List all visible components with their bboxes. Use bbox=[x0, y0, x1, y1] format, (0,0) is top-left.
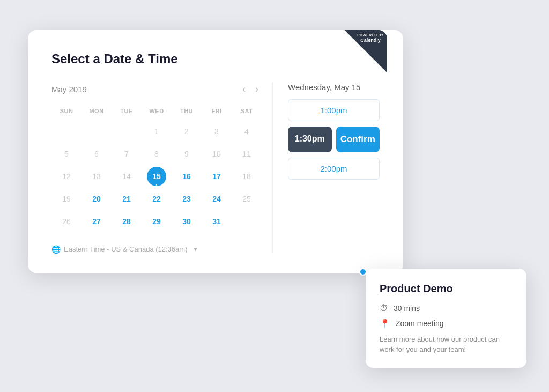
chevron-down-icon: ▼ bbox=[193, 246, 198, 252]
day-cell-21[interactable]: 21 bbox=[117, 189, 136, 209]
day-cell-14: 14 bbox=[117, 167, 136, 186]
time-slot-130pm[interactable]: 1:30pm bbox=[288, 127, 332, 152]
day-cell-empty-end bbox=[237, 212, 256, 231]
day-cell-19: 19 bbox=[57, 189, 76, 209]
timezone-label: Eastern Time - US & Canada (12:36am) bbox=[64, 245, 188, 253]
day-cell-22[interactable]: 22 bbox=[147, 189, 166, 209]
next-month-button[interactable]: › bbox=[252, 83, 262, 96]
location-pin-icon: 📍 bbox=[380, 319, 390, 329]
day-cell-20[interactable]: 20 bbox=[87, 189, 106, 209]
day-cell-8: 8 bbox=[147, 144, 166, 164]
day-cell-31[interactable]: 31 bbox=[207, 212, 226, 231]
day-header-tue: TUE bbox=[112, 106, 142, 116]
demo-location: Zoom meeting bbox=[396, 319, 443, 328]
day-cell-7: 7 bbox=[117, 144, 136, 164]
day-cell-11: 11 bbox=[237, 144, 256, 164]
time-slot-selected-row: 1:30pm Confirm bbox=[288, 127, 380, 152]
demo-location-row: 📍 Zoom meeting bbox=[380, 319, 513, 329]
day-header-fri: FRI bbox=[202, 106, 232, 116]
selected-date-heading: Wednesday, May 15 bbox=[288, 83, 380, 92]
month-nav: May 2019 ‹ › bbox=[51, 83, 262, 96]
days-grid: 1 2 3 4 5 6 7 8 9 10 11 12 13 bbox=[51, 121, 262, 232]
day-header-sun: SUN bbox=[51, 106, 81, 116]
time-slots-list: 1:00pm 1:30pm Confirm 2:00pm bbox=[288, 99, 380, 180]
scene: POWERED BY Calendly Select a Date & Time… bbox=[17, 14, 532, 379]
globe-icon: 🌐 bbox=[51, 245, 61, 254]
day-cell-24[interactable]: 24 bbox=[207, 189, 226, 209]
demo-card-title: Product Demo bbox=[380, 283, 513, 295]
page-title: Select a Date & Time bbox=[51, 51, 380, 66]
day-cell-6: 6 bbox=[87, 144, 106, 164]
confirm-button[interactable]: Confirm bbox=[336, 127, 380, 152]
day-cell-empty bbox=[57, 122, 76, 141]
day-cell-10: 10 bbox=[207, 144, 226, 164]
calendar-left: May 2019 ‹ › SUN MON TUE WED THU FRI SAT bbox=[51, 83, 262, 254]
day-cell-27[interactable]: 27 bbox=[87, 212, 106, 231]
day-header-mon: MON bbox=[81, 106, 112, 116]
day-header-sat: SAT bbox=[232, 106, 262, 116]
day-cell-13: 13 bbox=[87, 167, 106, 186]
day-cell-29[interactable]: 29 bbox=[147, 212, 166, 231]
day-cell-empty bbox=[87, 122, 106, 141]
powered-by-text: POWERED BY Calendly bbox=[356, 33, 385, 44]
day-cell-26: 26 bbox=[57, 212, 76, 231]
day-cell-12: 12 bbox=[57, 167, 76, 186]
day-cell-9: 9 bbox=[177, 144, 196, 164]
day-cell-23[interactable]: 23 bbox=[177, 189, 196, 209]
product-demo-card: Product Demo ⏱ 30 mins 📍 Zoom meeting Le… bbox=[366, 269, 526, 368]
day-header-thu: THU bbox=[172, 106, 202, 116]
day-cell-2: 2 bbox=[177, 122, 196, 141]
day-cell-empty bbox=[117, 122, 136, 141]
day-cell-1: 1 bbox=[147, 122, 166, 141]
day-cell-30[interactable]: 30 bbox=[177, 212, 196, 231]
day-headers: SUN MON TUE WED THU FRI SAT bbox=[51, 106, 262, 116]
day-cell-25: 25 bbox=[237, 189, 256, 209]
time-slot-200pm[interactable]: 2:00pm bbox=[288, 158, 380, 180]
month-label: May 2019 bbox=[51, 85, 87, 94]
clock-icon: ⏱ bbox=[380, 304, 388, 313]
day-cell-3: 3 bbox=[207, 122, 226, 141]
day-cell-15-selected[interactable]: 15 bbox=[147, 167, 166, 186]
timezone-selector[interactable]: 🌐 Eastern Time - US & Canada (12:36am) ▼ bbox=[51, 245, 262, 254]
demo-duration-row: ⏱ 30 mins bbox=[380, 304, 513, 313]
day-cell-18: 18 bbox=[237, 167, 256, 186]
time-slot-100pm[interactable]: 1:00pm bbox=[288, 99, 380, 121]
day-cell-5: 5 bbox=[57, 144, 76, 164]
day-cell-28[interactable]: 28 bbox=[117, 212, 136, 231]
day-cell-17[interactable]: 17 bbox=[207, 167, 226, 186]
day-cell-16[interactable]: 16 bbox=[177, 167, 196, 186]
prev-month-button[interactable]: ‹ bbox=[239, 83, 249, 96]
demo-duration: 30 mins bbox=[394, 304, 420, 313]
scroll-indicator-dot bbox=[359, 268, 367, 276]
calendar-grid: SUN MON TUE WED THU FRI SAT 1 bbox=[51, 106, 262, 232]
calendar-body: May 2019 ‹ › SUN MON TUE WED THU FRI SAT bbox=[51, 83, 380, 254]
calendar-card: POWERED BY Calendly Select a Date & Time… bbox=[28, 30, 403, 273]
calendar-right: Wednesday, May 15 1:00pm 1:30pm Confirm … bbox=[272, 83, 380, 254]
day-header-wed: WED bbox=[142, 106, 172, 116]
day-cell-4: 4 bbox=[237, 122, 256, 141]
demo-description: Learn more about how our product can wor… bbox=[380, 334, 513, 355]
